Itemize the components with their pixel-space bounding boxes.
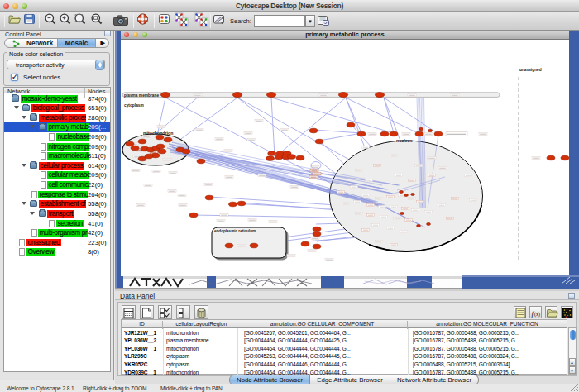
svg-text:unassigned: unassigned <box>519 68 542 72</box>
svg-text:(x): (x) <box>534 312 540 318</box>
svg-text:plasma membrane: plasma membrane <box>124 93 159 98</box>
svg-text:cytoplasm: cytoplasm <box>124 103 144 108</box>
svg-text:endoplasmic reticulum: endoplasmic reticulum <box>214 229 256 233</box>
svg-text:nucleus: nucleus <box>396 138 413 143</box>
